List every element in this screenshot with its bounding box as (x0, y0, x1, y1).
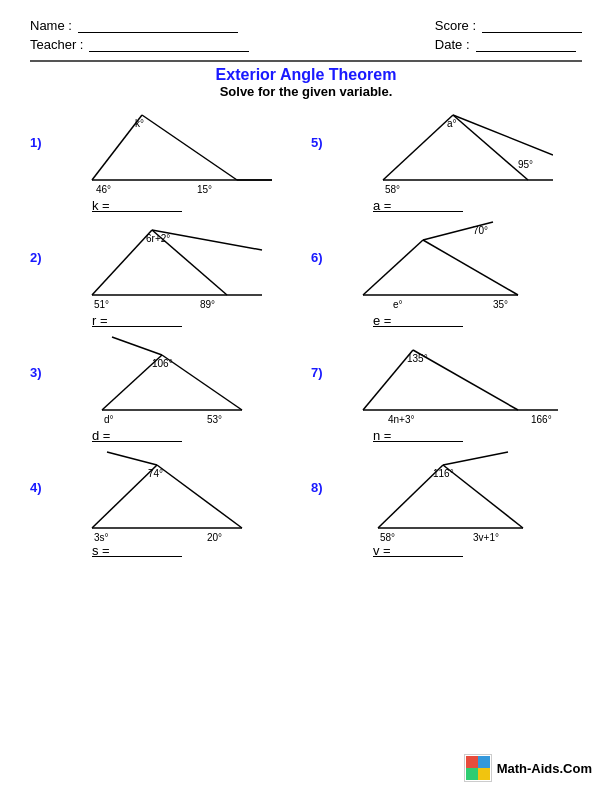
svg-text:e°: e° (393, 299, 403, 310)
svg-text:58°: 58° (385, 184, 400, 195)
problem-2: 2) 6r+2° 51° 89° r = (30, 220, 301, 327)
svg-text:89°: 89° (200, 299, 215, 310)
svg-text:6r+2°: 6r+2° (146, 233, 170, 244)
problem-1: 1) k° 46° 15° k = (30, 105, 301, 212)
problem-8-answer-label: v = (373, 543, 418, 557)
title-section: Exterior Angle Theorem Solve for the giv… (30, 66, 582, 99)
svg-rect-58 (478, 768, 490, 780)
header-divider (30, 60, 582, 62)
score-field: Score : (435, 18, 582, 33)
svg-text:95°: 95° (518, 159, 533, 170)
svg-line-50 (443, 465, 523, 528)
problem-4-number: 4) (30, 480, 42, 495)
name-underline[interactable] (78, 19, 238, 33)
svg-line-37 (413, 350, 518, 410)
problem-6-triangle: 70° e° 35° (333, 220, 573, 310)
problem-3-triangle: 106° d° 53° (52, 335, 292, 425)
problem-5-answer-label: a = (373, 198, 418, 212)
score-underline[interactable] (482, 19, 582, 33)
svg-line-22 (363, 240, 423, 295)
svg-line-30 (162, 355, 242, 410)
problem-4-triangle: 74° 3s° 20° (52, 450, 292, 540)
problem-3-number: 3) (30, 365, 42, 380)
svg-line-10 (453, 115, 553, 155)
date-underline[interactable] (476, 38, 576, 52)
svg-text:51°: 51° (94, 299, 109, 310)
problem-3-answer-label: d = (92, 428, 137, 442)
problem-6-number: 6) (311, 250, 323, 265)
teacher-underline[interactable] (89, 38, 249, 52)
problem-8: 8) 116° 58° 3v+1° v = (311, 450, 582, 557)
problem-5-triangle: a° 58° 95° (333, 105, 573, 195)
problem-4-answer-label: s = (92, 543, 137, 557)
problem-2-triangle: 6r+2° 51° 89° (52, 220, 292, 310)
problem-2-blank[interactable] (137, 313, 182, 327)
problem-1-answer: k = (92, 197, 182, 212)
svg-line-23 (423, 240, 518, 295)
svg-text:58°: 58° (380, 532, 395, 543)
problem-1-number: 1) (30, 135, 42, 150)
problem-5-answer: a = (373, 197, 463, 212)
watermark: Math-Aids.Com (464, 754, 592, 782)
svg-text:20°: 20° (207, 532, 222, 543)
header-right: Score : Date : (435, 18, 582, 52)
svg-text:46°: 46° (96, 184, 111, 195)
header-left: Name : Teacher : (30, 18, 249, 52)
problem-3: 3) 106° d° 53° d = (30, 335, 301, 442)
svg-rect-55 (466, 756, 478, 768)
problem-5: 5) a° 58° 95° a = (311, 105, 582, 212)
watermark-text: Math-Aids.Com (497, 761, 592, 776)
problem-6-answer: e = (373, 312, 463, 327)
svg-line-31 (112, 337, 162, 355)
problem-5-blank[interactable] (418, 198, 463, 212)
teacher-label: Teacher : (30, 37, 83, 52)
problem-6: 6) 70° e° 35° e = (311, 220, 582, 327)
name-field: Name : (30, 18, 249, 33)
problem-4: 4) 74° 3s° 20° s = (30, 450, 301, 557)
problem-1-triangle: k° 46° 15° (52, 105, 292, 195)
svg-line-9 (453, 115, 528, 180)
problem-7-blank[interactable] (418, 428, 463, 442)
teacher-field: Teacher : (30, 37, 249, 52)
svg-text:116°: 116° (433, 468, 454, 479)
problem-8-triangle: 116° 58° 3v+1° (333, 450, 573, 540)
svg-line-43 (157, 465, 242, 528)
problem-2-answer-label: r = (92, 313, 137, 327)
problem-2-answer: r = (92, 312, 182, 327)
date-field: Date : (435, 37, 582, 52)
problem-3-blank[interactable] (137, 428, 182, 442)
svg-text:3v+1°: 3v+1° (473, 532, 499, 543)
problems-grid: 1) k° 46° 15° k = (30, 105, 582, 561)
worksheet-subtitle: Solve for the given variable. (30, 84, 582, 99)
svg-text:74°: 74° (148, 468, 163, 479)
problem-1-answer-label: k = (92, 198, 137, 212)
svg-line-51 (443, 452, 508, 465)
problem-4-blank[interactable] (137, 543, 182, 557)
svg-text:35°: 35° (493, 299, 508, 310)
problem-7-number: 7) (311, 365, 323, 380)
svg-rect-57 (466, 768, 478, 780)
name-label: Name : (30, 18, 72, 33)
svg-text:d°: d° (104, 414, 114, 425)
problem-7-triangle: 135° 4n+3° 166° (333, 335, 573, 425)
problem-6-blank[interactable] (418, 313, 463, 327)
problem-2-number: 2) (30, 250, 42, 265)
problem-3-answer: d = (92, 427, 182, 442)
score-label: Score : (435, 18, 476, 33)
svg-text:15°: 15° (197, 184, 212, 195)
svg-text:3s°: 3s° (94, 532, 109, 543)
worksheet-page: Name : Teacher : Score : Date : Exterior… (0, 0, 612, 792)
svg-text:4n+3°: 4n+3° (388, 414, 415, 425)
problem-6-answer-label: e = (373, 313, 418, 327)
svg-text:106°: 106° (152, 358, 173, 369)
problem-8-blank[interactable] (418, 543, 463, 557)
svg-text:70°: 70° (473, 225, 488, 236)
header: Name : Teacher : Score : Date : (30, 18, 582, 52)
problem-1-blank[interactable] (137, 198, 182, 212)
svg-rect-56 (478, 756, 490, 768)
worksheet-title: Exterior Angle Theorem (30, 66, 582, 84)
svg-text:53°: 53° (207, 414, 222, 425)
problem-7: 7) 135° 4n+3° 166° n = (311, 335, 582, 442)
svg-line-36 (363, 350, 413, 410)
svg-text:k°: k° (135, 118, 144, 129)
